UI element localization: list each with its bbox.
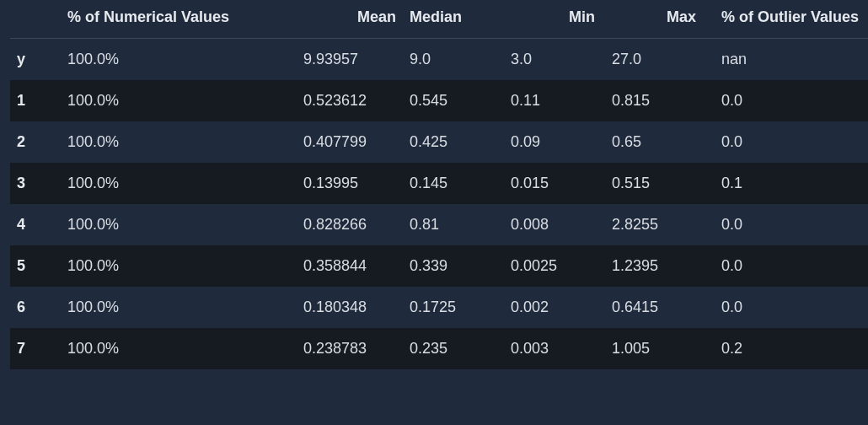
cell-pct-numerical: 100.0% bbox=[59, 245, 295, 287]
col-header-median: Median bbox=[405, 0, 502, 39]
cell-mean: 0.180348 bbox=[295, 287, 405, 328]
row-label: 7 bbox=[10, 328, 59, 369]
cell-median: 0.1725 bbox=[405, 287, 502, 328]
cell-min: 0.003 bbox=[502, 328, 603, 369]
table-row: 1 100.0% 0.523612 0.545 0.11 0.815 0.0 bbox=[10, 80, 868, 121]
cell-pct-numerical: 100.0% bbox=[59, 204, 295, 245]
cell-min: 3.0 bbox=[502, 39, 603, 81]
table-row: 4 100.0% 0.828266 0.81 0.008 2.8255 0.0 bbox=[10, 204, 868, 245]
cell-max: 0.815 bbox=[603, 80, 705, 121]
cell-pct-numerical: 100.0% bbox=[59, 328, 295, 369]
col-header-pct-outlier: % of Outlier Values bbox=[705, 0, 868, 39]
table-row: y 100.0% 9.93957 9.0 3.0 27.0 nan bbox=[10, 39, 868, 81]
col-header-max: Max bbox=[603, 0, 705, 39]
cell-pct-numerical: 100.0% bbox=[59, 80, 295, 121]
cell-pct-outlier: 0.0 bbox=[705, 287, 868, 328]
cell-mean: 0.13995 bbox=[295, 163, 405, 204]
table-row: 7 100.0% 0.238783 0.235 0.003 1.005 0.2 bbox=[10, 328, 868, 369]
cell-min: 0.11 bbox=[502, 80, 603, 121]
row-label: 6 bbox=[10, 287, 59, 328]
table-row: 2 100.0% 0.407799 0.425 0.09 0.65 0.0 bbox=[10, 121, 868, 163]
cell-max: 0.515 bbox=[603, 163, 705, 204]
cell-median: 0.235 bbox=[405, 328, 502, 369]
cell-min: 0.008 bbox=[502, 204, 603, 245]
cell-pct-outlier: nan bbox=[705, 39, 868, 81]
col-header-mean: Mean bbox=[295, 0, 405, 39]
cell-median: 0.545 bbox=[405, 80, 502, 121]
cell-median: 0.81 bbox=[405, 204, 502, 245]
row-label: y bbox=[10, 39, 59, 81]
cell-max: 1.2395 bbox=[603, 245, 705, 287]
cell-min: 0.015 bbox=[502, 163, 603, 204]
cell-median: 0.145 bbox=[405, 163, 502, 204]
cell-pct-outlier: 0.0 bbox=[705, 121, 868, 163]
cell-mean: 0.358844 bbox=[295, 245, 405, 287]
table-body: y 100.0% 9.93957 9.0 3.0 27.0 nan 1 100.… bbox=[10, 39, 868, 370]
table-row: 5 100.0% 0.358844 0.339 0.0025 1.2395 0.… bbox=[10, 245, 868, 287]
cell-mean: 9.93957 bbox=[295, 39, 405, 81]
table-row: 3 100.0% 0.13995 0.145 0.015 0.515 0.1 bbox=[10, 163, 868, 204]
table-header-row: % of Numerical Values Mean Median Min Ma… bbox=[10, 0, 868, 39]
cell-mean: 0.828266 bbox=[295, 204, 405, 245]
cell-pct-outlier: 0.0 bbox=[705, 204, 868, 245]
cell-pct-numerical: 100.0% bbox=[59, 163, 295, 204]
cell-pct-outlier: 0.0 bbox=[705, 245, 868, 287]
cell-median: 9.0 bbox=[405, 39, 502, 81]
col-header-rowlabel bbox=[10, 0, 59, 39]
row-label: 1 bbox=[10, 80, 59, 121]
cell-min: 0.002 bbox=[502, 287, 603, 328]
cell-pct-numerical: 100.0% bbox=[59, 287, 295, 328]
table-row: 6 100.0% 0.180348 0.1725 0.002 0.6415 0.… bbox=[10, 287, 868, 328]
row-label: 4 bbox=[10, 204, 59, 245]
cell-pct-numerical: 100.0% bbox=[59, 121, 295, 163]
stats-table: % of Numerical Values Mean Median Min Ma… bbox=[10, 0, 868, 369]
cell-mean: 0.407799 bbox=[295, 121, 405, 163]
cell-max: 0.6415 bbox=[603, 287, 705, 328]
cell-mean: 0.238783 bbox=[295, 328, 405, 369]
cell-max: 0.65 bbox=[603, 121, 705, 163]
cell-median: 0.339 bbox=[405, 245, 502, 287]
row-label: 5 bbox=[10, 245, 59, 287]
cell-pct-outlier: 0.0 bbox=[705, 80, 868, 121]
cell-pct-outlier: 0.2 bbox=[705, 328, 868, 369]
row-label: 3 bbox=[10, 163, 59, 204]
cell-max: 27.0 bbox=[603, 39, 705, 81]
cell-pct-outlier: 0.1 bbox=[705, 163, 868, 204]
col-header-min: Min bbox=[502, 0, 603, 39]
cell-pct-numerical: 100.0% bbox=[59, 39, 295, 81]
cell-max: 1.005 bbox=[603, 328, 705, 369]
cell-mean: 0.523612 bbox=[295, 80, 405, 121]
cell-median: 0.425 bbox=[405, 121, 502, 163]
col-header-pct-numerical: % of Numerical Values bbox=[59, 0, 295, 39]
cell-max: 2.8255 bbox=[603, 204, 705, 245]
row-label: 2 bbox=[10, 121, 59, 163]
cell-min: 0.0025 bbox=[502, 245, 603, 287]
cell-min: 0.09 bbox=[502, 121, 603, 163]
